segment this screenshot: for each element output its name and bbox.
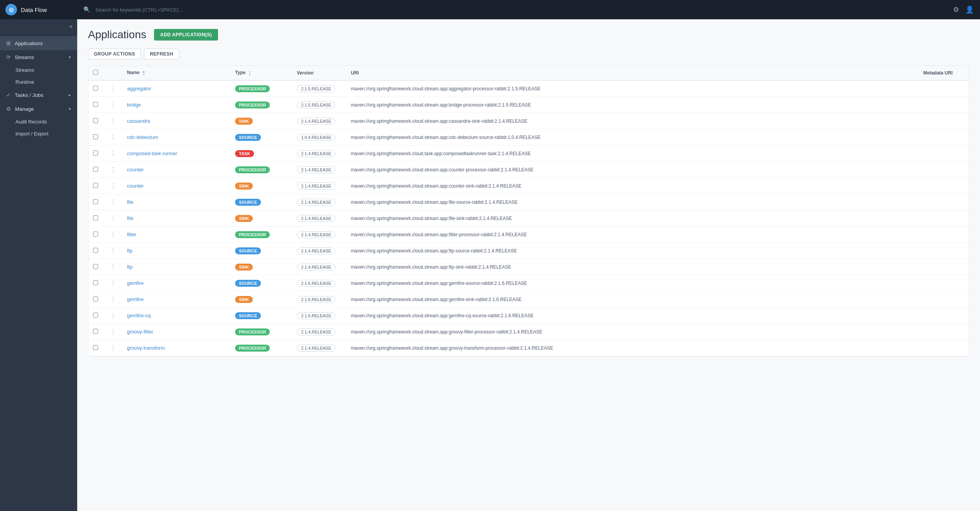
select-all-checkbox[interactable] xyxy=(93,70,98,75)
row-menu-button[interactable]: ⋮ xyxy=(108,343,118,352)
sidebar-item-tasks-jobs[interactable]: ✓ Tasks / Jobs ▸ xyxy=(0,88,77,102)
row-version-cell: 2.1.4.RELEASE xyxy=(292,194,346,210)
row-menu-button[interactable]: ⋮ xyxy=(108,246,118,255)
row-type-cell: SOURCE xyxy=(230,275,292,291)
row-name-cell: gemfire xyxy=(122,291,230,308)
app-name-link[interactable]: groovy-filter xyxy=(127,329,153,335)
row-checkbox[interactable] xyxy=(93,280,98,285)
row-checkbox[interactable] xyxy=(93,118,98,123)
app-name-link[interactable]: gemfire xyxy=(127,296,144,302)
sidebar-item-applications[interactable]: ⊞ Applications xyxy=(0,36,77,50)
row-uri-cell: maven://org.springframework.cloud.stream… xyxy=(346,340,919,356)
search-input[interactable] xyxy=(95,7,211,13)
app-name-link[interactable]: composed-task-runner xyxy=(127,151,177,156)
app-name-link[interactable]: cassandra xyxy=(127,118,150,124)
row-checkbox-cell xyxy=(88,80,104,97)
row-checkbox[interactable] xyxy=(93,296,98,301)
th-action xyxy=(104,66,122,80)
row-checkbox[interactable] xyxy=(93,199,98,204)
row-menu-button[interactable]: ⋮ xyxy=(108,279,118,288)
table-row: ⋮ gemfire SOURCE 2.1.6.RELEASE maven://o… xyxy=(88,275,969,291)
row-meta-cell xyxy=(919,210,969,227)
table-row: ⋮ bridge PROCESSOR 2.1.5.RELEASE maven:/… xyxy=(88,97,969,113)
th-type[interactable]: Type ▲ ▼ xyxy=(230,66,292,80)
row-checkbox[interactable] xyxy=(93,102,98,107)
row-uri-cell: maven://org.springframework.cloud.stream… xyxy=(346,129,919,146)
app-name-link[interactable]: counter xyxy=(127,167,144,173)
row-checkbox[interactable] xyxy=(93,86,98,91)
row-checkbox-cell xyxy=(88,227,104,243)
app-name-link[interactable]: bridge xyxy=(127,102,141,108)
table-row: ⋮ file SINK 2.1.4.RELEASE maven://org.sp… xyxy=(88,210,969,227)
row-uri-cell: maven://org.springframework.cloud.stream… xyxy=(346,275,919,291)
row-checkbox[interactable] xyxy=(93,232,98,237)
row-menu-button[interactable]: ⋮ xyxy=(108,165,118,174)
sidebar-sub-item-import-export[interactable]: Import / Export xyxy=(0,128,77,140)
row-meta-cell xyxy=(919,146,969,162)
app-name-link[interactable]: cdc-debezium xyxy=(127,134,158,140)
row-menu-button[interactable]: ⋮ xyxy=(108,214,118,223)
row-menu-button[interactable]: ⋮ xyxy=(108,181,118,190)
row-menu-button[interactable]: ⋮ xyxy=(108,100,118,109)
app-name-link[interactable]: filter xyxy=(127,232,137,237)
sidebar-item-manage[interactable]: ⚙ Manage ▾ xyxy=(0,102,77,116)
type-sort-icons[interactable]: ▲ ▼ xyxy=(248,70,251,76)
row-menu-button[interactable]: ⋮ xyxy=(108,149,118,158)
row-menu-button[interactable]: ⋮ xyxy=(108,84,118,93)
app-name-link[interactable]: ftp xyxy=(127,248,132,254)
sidebar-item-label-manage: Manage xyxy=(15,106,34,112)
app-name-link[interactable]: gemfire-cq xyxy=(127,313,151,318)
app-name-link[interactable]: groovy-transform xyxy=(127,345,165,351)
row-checkbox-cell xyxy=(88,194,104,210)
row-version-cell: 2.1.5.RELEASE xyxy=(292,80,346,97)
row-checkbox[interactable] xyxy=(93,248,98,253)
sidebar-collapse-button[interactable]: « xyxy=(68,22,74,31)
row-menu-button[interactable]: ⋮ xyxy=(108,262,118,271)
row-menu-button[interactable]: ⋮ xyxy=(108,230,118,239)
user-icon[interactable]: 👤 xyxy=(965,5,974,14)
row-menu-button[interactable]: ⋮ xyxy=(108,311,118,320)
row-name-cell: counter xyxy=(122,162,230,178)
row-checkbox[interactable] xyxy=(93,313,98,318)
app-name-link[interactable]: file xyxy=(127,215,134,221)
row-checkbox[interactable] xyxy=(93,345,98,350)
row-menu-button[interactable]: ⋮ xyxy=(108,117,118,125)
row-version-cell: 2.1.6.RELEASE xyxy=(292,308,346,324)
row-checkbox[interactable] xyxy=(93,183,98,188)
sidebar-item-streams[interactable]: ⟳ Streams ▾ xyxy=(0,50,77,64)
app-name-link[interactable]: file xyxy=(127,199,134,205)
row-checkbox[interactable] xyxy=(93,151,98,156)
sidebar-sub-item-streams[interactable]: Streams xyxy=(0,64,77,76)
sidebar-sub-item-runtime[interactable]: Runtime xyxy=(0,76,77,88)
row-name-cell: filter xyxy=(122,227,230,243)
row-menu-button[interactable]: ⋮ xyxy=(108,198,118,206)
row-type-cell: SOURCE xyxy=(230,308,292,324)
row-name-cell: file xyxy=(122,210,230,227)
sidebar-sub-label-streams: Streams xyxy=(15,67,34,73)
row-checkbox[interactable] xyxy=(93,329,98,334)
row-type-cell: SINK xyxy=(230,178,292,194)
app-name-link[interactable]: counter xyxy=(127,183,144,189)
settings-icon[interactable]: ⚙ xyxy=(953,5,959,14)
row-menu-button[interactable]: ⋮ xyxy=(108,295,118,304)
app-name-link[interactable]: ftp xyxy=(127,264,132,270)
row-checkbox-cell xyxy=(88,178,104,194)
row-name-cell: gemfire xyxy=(122,275,230,291)
app-name-link[interactable]: gemfire xyxy=(127,280,144,286)
row-checkbox[interactable] xyxy=(93,134,98,139)
version-pill: 2.1.6.RELEASE xyxy=(297,280,335,287)
name-sort-icons[interactable]: ▲ ▼ xyxy=(142,70,145,76)
group-actions-button[interactable]: GROUP ACTIONS xyxy=(88,49,141,59)
row-checkbox[interactable] xyxy=(93,167,98,172)
refresh-button[interactable]: REFRESH xyxy=(144,49,179,59)
type-badge: SINK xyxy=(235,296,253,303)
sidebar-sub-item-audit[interactable]: Audit Records xyxy=(0,116,77,128)
row-checkbox[interactable] xyxy=(93,215,98,220)
th-name[interactable]: Name ▲ ▼ xyxy=(122,66,230,80)
row-menu-button[interactable]: ⋮ xyxy=(108,327,118,336)
app-name-link[interactable]: aggregator xyxy=(127,86,151,91)
row-menu-button[interactable]: ⋮ xyxy=(108,133,118,142)
row-checkbox[interactable] xyxy=(93,264,98,269)
row-meta-cell xyxy=(919,291,969,308)
add-applications-button[interactable]: ADD APPLICATION(S) xyxy=(154,29,218,41)
